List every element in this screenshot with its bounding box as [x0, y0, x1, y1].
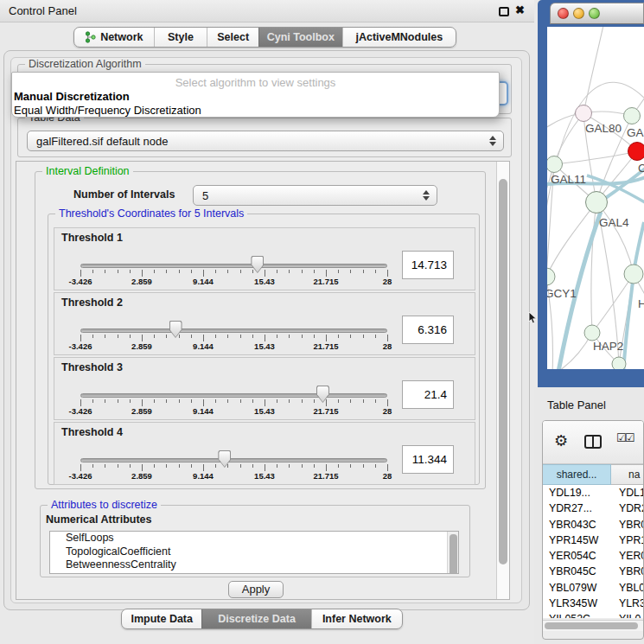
tab-discretize-data[interactable]: Discretize Data	[201, 609, 310, 628]
slider-track[interactable]	[80, 328, 387, 333]
tab-jactivemnodules[interactable]: jActiveMNodules	[342, 28, 456, 47]
network-node-ga[interactable]	[624, 108, 641, 124]
apply-button[interactable]: Apply	[228, 581, 284, 598]
horizontal-scrollbar-thumb[interactable]	[545, 622, 638, 629]
network-window-titlebar[interactable]	[550, 3, 644, 24]
attribute-item[interactable]: SelfLoops	[50, 532, 458, 545]
cell-shared-name: YBR045C	[543, 564, 611, 579]
minor-tick	[252, 399, 253, 403]
threshold-value-field[interactable]: 14.713	[402, 251, 454, 279]
minor-tick	[350, 399, 351, 403]
tab-select[interactable]: Select	[207, 28, 258, 47]
node-label: GAL11	[551, 173, 586, 186]
threshold-value-field[interactable]: 21.4	[402, 380, 454, 409]
table-row[interactable]: YIL052CYIL0	[543, 611, 644, 618]
network-node-gal11[interactable]	[547, 156, 563, 173]
algorithm-options: Manual DiscretizationEqual Width/Frequen…	[12, 89, 499, 117]
minor-tick	[92, 270, 93, 273]
table-row[interactable]: YER054CYER0	[543, 548, 644, 564]
slider-handle[interactable]	[316, 386, 329, 403]
table-row[interactable]: YLR345WYLR3	[543, 596, 644, 611]
cell-name: YDR2	[611, 501, 644, 516]
minimize-traffic-light-icon[interactable]	[573, 8, 584, 19]
tick-label: 21.715	[298, 471, 354, 481]
minor-tick	[130, 464, 131, 468]
table-row[interactable]: YBL079WYBL0	[543, 580, 644, 596]
tab-network[interactable]: Network	[74, 28, 154, 47]
interval-definition-group: Interval Definition Number of Intervals …	[35, 171, 486, 489]
algorithm-option[interactable]: Manual Discretization	[12, 89, 499, 103]
table-row[interactable]: YDL19...YDL1	[543, 485, 644, 501]
tab-impute-data[interactable]: Impute Data	[122, 609, 201, 628]
network-node-h[interactable]	[624, 265, 643, 284]
number-of-intervals-combobox[interactable]: 5	[193, 185, 437, 206]
minor-tick	[105, 335, 105, 338]
minor-tick	[302, 270, 303, 273]
table-data-combobox[interactable]: galFiltered.sif default node	[27, 131, 504, 151]
threshold-value-field[interactable]: 6.316	[402, 316, 454, 344]
minor-tick	[289, 399, 290, 403]
table-row[interactable]: YBR043CYBR0	[543, 517, 644, 532]
attributes-group-title: Attributes to discretize	[48, 499, 161, 511]
cell-shared-name: YDR27...	[543, 501, 611, 516]
tab-infer-network[interactable]: Infer Network	[311, 609, 402, 628]
algorithm-dropdown-popup: Select algorithm to view settings Manual…	[11, 72, 500, 118]
attribute-item[interactable]: BetweennessCentrality	[50, 558, 458, 572]
horizontal-scrollbar[interactable]	[543, 620, 644, 631]
network-node-gal4[interactable]	[586, 192, 608, 214]
cell-name: YBR0	[611, 564, 644, 579]
column-header-name[interactable]: na	[611, 464, 644, 485]
network-canvas[interactable]: GAL80GACGAL11GAL4GCY1HHAP2	[547, 27, 644, 369]
tick-label: 2.859	[114, 341, 169, 351]
algorithm-option[interactable]: Equal Width/Frequency Discretization	[12, 103, 499, 117]
tab-cyni-toolbox[interactable]: Cyni Toolbox	[258, 28, 342, 47]
minor-tick	[154, 335, 155, 338]
major-tick	[203, 399, 204, 406]
network-edge[interactable]	[583, 27, 604, 113]
slider-track[interactable]	[80, 264, 387, 268]
attributes-scrollbar-thumb[interactable]	[450, 534, 457, 574]
minor-tick	[277, 464, 277, 468]
minor-tick	[191, 335, 192, 338]
network-edge[interactable]	[547, 202, 596, 277]
network-node-gcy1[interactable]	[547, 268, 555, 285]
network-graph[interactable]: GAL80GACGAL11GAL4GCY1HHAP2	[547, 27, 644, 369]
network-edge[interactable]	[554, 151, 637, 164]
slider-track[interactable]	[80, 458, 387, 462]
vertical-scrollbar[interactable]	[496, 162, 509, 599]
minor-tick	[191, 399, 192, 403]
zoom-traffic-light-icon[interactable]	[589, 8, 600, 19]
table-row[interactable]: YDR27...YDR2	[543, 501, 644, 516]
column-checkboxes-icon[interactable]: ☑☑	[616, 431, 633, 444]
vertical-scrollbar-thumb[interactable]	[499, 179, 507, 564]
cell-shared-name: YPR145W	[543, 532, 611, 548]
attribute-item[interactable]: TopologicalCoefficient	[50, 545, 458, 559]
threshold-value-field[interactable]: 11.344	[402, 445, 454, 474]
number-of-intervals-value: 5	[194, 189, 208, 202]
slider-handle[interactable]	[218, 450, 231, 468]
major-tick	[387, 399, 388, 406]
node-label: GCY1	[547, 287, 577, 300]
network-node-gal80[interactable]	[576, 105, 592, 122]
float-window-icon[interactable]	[499, 7, 509, 16]
minor-tick	[350, 270, 351, 273]
network-edge-thick[interactable]	[623, 222, 644, 369]
slider-track[interactable]	[80, 393, 387, 398]
minor-tick	[166, 464, 167, 468]
network-node[interactable]	[612, 357, 626, 369]
slider-handle[interactable]	[169, 321, 182, 338]
numerical-attributes-list[interactable]: SelfLoopsTopologicalCoefficientBetweenne…	[49, 531, 459, 574]
attributes-scrollbar[interactable]	[447, 532, 458, 573]
close-icon[interactable]: ✖	[515, 3, 525, 16]
minor-tick	[252, 335, 253, 338]
network-node-hap2[interactable]	[584, 325, 600, 341]
close-traffic-light-icon[interactable]	[558, 8, 569, 19]
gear-icon[interactable]: ⚙	[554, 431, 568, 450]
column-header-shared[interactable]: shared...	[543, 464, 611, 485]
network-node-c[interactable]	[628, 143, 644, 161]
threshold-box: Threshold 2-3.4262.8599.14415.4321.71528…	[54, 292, 475, 355]
tab-style[interactable]: Style	[154, 28, 207, 47]
table-row[interactable]: YPR145WYPR1	[543, 532, 644, 548]
table-row[interactable]: YBR045CYBR0	[543, 564, 644, 579]
split-columns-icon[interactable]	[584, 435, 602, 449]
